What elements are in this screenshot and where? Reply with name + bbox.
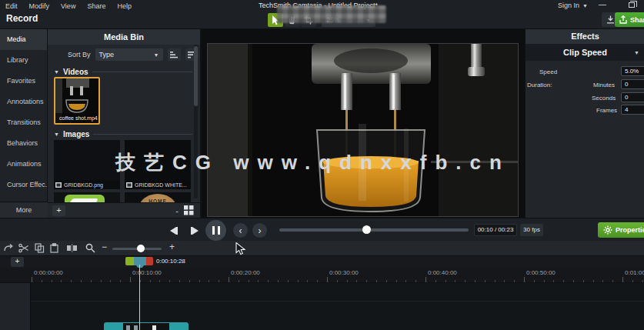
image-icon: [126, 182, 132, 188]
share-button[interactable]: Shar: [615, 12, 644, 27]
media-bin-bottom-bar: + -: [48, 202, 200, 218]
timeline-tracks[interactable]: [0, 283, 644, 330]
ruler-tick: [169, 280, 170, 282]
sort-type-dropdown[interactable]: Type ▼: [95, 48, 163, 61]
media-item-image-3-partial[interactable]: [54, 192, 120, 202]
frames-input[interactable]: 4: [621, 105, 644, 115]
ruler-tick: [593, 280, 594, 282]
image-item-name: GRIDBKGD.png: [64, 182, 103, 188]
cut-button[interactable]: [18, 243, 29, 253]
jump-back-button[interactable]: ‹: [233, 223, 248, 238]
ruler-tick: [553, 280, 554, 282]
frames-label: Frames: [596, 107, 617, 114]
sidebar-item-transitions[interactable]: Transitions: [0, 112, 47, 133]
menu-help[interactable]: Help: [117, 2, 132, 10]
sidebar-item-animations[interactable]: Animations: [0, 154, 47, 175]
seconds-input[interactable]: 0: [621, 92, 644, 102]
video-canvas[interactable]: [207, 43, 519, 217]
videos-section-header[interactable]: ▼ Videos: [54, 68, 192, 76]
timeline-ruler[interactable]: 0:00:00:000:00:10:000:00:20:000:00:30:00…: [0, 268, 644, 283]
clip-speed-header[interactable]: Clip Speed ▼: [526, 44, 644, 61]
playhead-out-handle[interactable]: [146, 257, 153, 265]
ruler-label: 0:01:00:00: [625, 269, 644, 276]
jump-forward-button[interactable]: ›: [252, 223, 267, 238]
menu-modify[interactable]: Modify: [29, 2, 50, 10]
images-section-header[interactable]: ▼ Images: [54, 130, 192, 138]
playhead-in-handle[interactable]: [125, 257, 134, 265]
ruler-tick: [514, 280, 515, 282]
menu-share[interactable]: Share: [87, 2, 105, 10]
redo-button[interactable]: [3, 243, 14, 253]
ruler-tick: [61, 280, 62, 282]
properties-button[interactable]: Propertie: [598, 222, 644, 238]
download-icon: [606, 15, 615, 24]
menu-view[interactable]: View: [61, 2, 75, 10]
sidebar-item-media[interactable]: Media: [0, 29, 47, 50]
sidebar-item-library[interactable]: Library: [0, 50, 47, 71]
sidebar-item-behaviors[interactable]: Behaviors: [0, 133, 47, 154]
paste-button[interactable]: [49, 243, 59, 253]
effects-title: Effects: [526, 29, 644, 44]
ruler-label: 0:00:00:00: [34, 269, 63, 276]
ruler-tick: [159, 280, 160, 282]
sort-row: Sort By Type ▼: [48, 45, 200, 65]
step-forward-icon: [192, 227, 199, 235]
ruler-tick: [120, 280, 121, 282]
sidebar-item-annotations[interactable]: Annotations: [0, 92, 47, 112]
sidebar-item-more[interactable]: More: [0, 202, 48, 218]
ruler-tick: [455, 280, 455, 282]
divider: [92, 72, 192, 72]
ruler-tick: [632, 280, 633, 282]
playhead-line[interactable]: [139, 265, 140, 330]
ruler-tick: [32, 277, 32, 282]
restore-window-button[interactable]: [629, 2, 635, 8]
timeline-zoom-slider[interactable]: [112, 248, 162, 250]
record-button[interactable]: Record: [6, 13, 38, 24]
sort-ascending-button[interactable]: [168, 48, 181, 61]
sidebar-item-cursor-effec[interactable]: Cursor Effec...: [0, 175, 47, 195]
timeline-zoom-in-button[interactable]: +: [169, 242, 175, 252]
menu-items: EditModifyViewShareHelp: [0, 2, 132, 10]
camtasia-window: EditModifyViewShareHelp TechSmith Camtas…: [0, 0, 644, 330]
ruler-tick: [91, 280, 92, 282]
grid-view-button[interactable]: [184, 205, 194, 215]
track-divider: [31, 301, 644, 302]
playhead-handle[interactable]: [134, 257, 146, 265]
speed-input[interactable]: 5.0%: [621, 66, 644, 76]
next-frame-button[interactable]: [187, 223, 202, 238]
split-button[interactable]: [66, 243, 78, 253]
ruler-tick: [405, 280, 406, 282]
pause-button[interactable]: [205, 220, 226, 241]
ruler-tick: [573, 280, 574, 282]
minimize-button[interactable]: —: [596, 0, 609, 10]
timeline-zoom-knob[interactable]: [137, 245, 145, 252]
timeline-clip[interactable]: [104, 322, 189, 330]
media-item-image-4-partial[interactable]: HOME: [125, 192, 191, 202]
playback-scrubber[interactable]: [279, 228, 469, 232]
timeline-toolbar: − +: [0, 241, 644, 256]
add-track-button[interactable]: +: [11, 257, 24, 267]
timeline-zoom-out-button[interactable]: −: [102, 242, 107, 252]
ruler-tick: [642, 280, 643, 282]
menu-edit[interactable]: Edit: [5, 2, 18, 10]
sign-in-button[interactable]: Sign In ▼: [558, 2, 588, 9]
scrollbar-thumb[interactable]: [194, 46, 198, 106]
ruler-tick: [317, 280, 318, 282]
sidebar-item-favorites[interactable]: Favorites: [0, 71, 47, 92]
clip-thumbnail: [123, 323, 169, 330]
zoom-tool-button[interactable]: [85, 243, 95, 253]
previous-frame-button[interactable]: [166, 223, 181, 238]
ruler-tick: [327, 277, 328, 282]
ruler-tick: [239, 280, 239, 282]
scrubber-knob[interactable]: [362, 225, 371, 234]
ruler-tick: [366, 280, 367, 282]
media-item-video[interactable]: coffee shot.mp4: [54, 77, 100, 125]
copy-button[interactable]: [35, 243, 45, 253]
media-item-image-1[interactable]: GRIDBKGD.png: [54, 140, 120, 189]
add-media-button[interactable]: +: [52, 205, 65, 216]
ruler-tick: [209, 280, 209, 282]
sidebar-list: MediaLibraryFavoritesAnnotationsTransiti…: [0, 29, 47, 195]
mouse-cursor-icon: [235, 242, 246, 255]
thumbnail-size-decrease[interactable]: -: [175, 206, 179, 215]
minutes-input[interactable]: 0: [621, 79, 644, 89]
